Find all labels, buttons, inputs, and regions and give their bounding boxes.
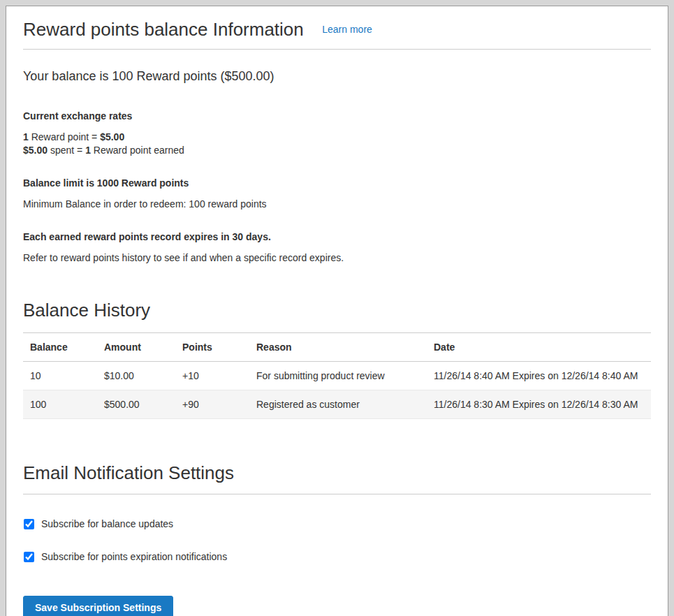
expiration-notifications-option[interactable]: Subscribe for points expiration notifica… — [23, 551, 651, 562]
spend-suffix-text: Reward point earned — [91, 145, 184, 156]
email-settings-title: Email Notification Settings — [23, 462, 651, 484]
table-header-row: Balance Amount Points Reason Date — [23, 333, 651, 362]
save-subscription-settings-button[interactable]: Save Subscription Settings — [23, 596, 173, 616]
rate-points-value: 1 — [23, 131, 29, 142]
balance-updates-option[interactable]: Subscribe for balance updates — [23, 518, 651, 529]
table-row: 10 $10.00 +10 For submitting product rev… — [23, 362, 651, 390]
balance-history-title: Balance History — [23, 300, 651, 321]
expiry-note: Refer to reward points history to see if… — [23, 252, 651, 263]
cell-points: +10 — [175, 362, 249, 390]
rate-currency-to-point: $5.00 spent = 1 Reward point earned — [23, 144, 651, 157]
table-body: 10 $10.00 +10 For submitting product rev… — [23, 362, 651, 419]
cell-reason: For submitting product review — [249, 362, 427, 390]
balance-summary: Your balance is 100 Reward points ($500.… — [23, 69, 651, 84]
table-row: 100 $500.00 +90 Registered as customer 1… — [23, 390, 651, 419]
column-header-date: Date — [427, 333, 651, 362]
cell-amount: $500.00 — [97, 390, 175, 419]
balance-updates-checkbox[interactable] — [24, 519, 34, 529]
cell-balance: 100 — [23, 390, 97, 419]
cell-amount: $10.00 — [97, 362, 175, 390]
cell-reason: Registered as customer — [249, 390, 427, 419]
header-divider — [23, 49, 651, 50]
spend-currency-value: $5.00 — [23, 145, 47, 156]
expiration-notifications-checkbox[interactable] — [24, 552, 34, 562]
rate-point-to-currency: 1 Reward point = $5.00 — [23, 131, 651, 144]
page-title: Reward points balance Information — [23, 19, 304, 41]
balance-updates-label: Subscribe for balance updates — [41, 518, 173, 529]
balance-limit-heading: Balance limit is 1000 Reward points — [23, 177, 651, 189]
expiration-notifications-label: Subscribe for points expiration notifica… — [41, 551, 227, 562]
column-header-points: Points — [175, 333, 249, 362]
cell-date: 11/26/14 8:30 AM Expires on 12/26/14 8:3… — [427, 390, 651, 419]
cell-balance: 10 — [23, 362, 97, 390]
column-header-reason: Reason — [249, 333, 427, 362]
rate-middle-text: Reward point = — [29, 131, 100, 142]
expiry-heading: Each earned reward points record expires… — [23, 231, 651, 242]
learn-more-link[interactable]: Learn more — [322, 24, 372, 35]
reward-points-page: Reward points balance Information Learn … — [6, 6, 668, 616]
page-header: Reward points balance Information Learn … — [23, 6, 651, 49]
cell-points: +90 — [175, 390, 249, 419]
email-settings-divider — [23, 494, 651, 494]
exchange-rates-heading: Current exchange rates — [23, 110, 651, 122]
table-header: Balance Amount Points Reason Date — [23, 333, 651, 362]
spend-middle-text: spent = — [47, 145, 85, 156]
rate-currency-value: $5.00 — [100, 131, 124, 142]
column-header-amount: Amount — [97, 333, 175, 362]
balance-history-table: Balance Amount Points Reason Date 10 $10… — [23, 332, 651, 419]
exchange-rate-lines: 1 Reward point = $5.00 $5.00 spent = 1 R… — [23, 131, 651, 157]
spend-points-value: 1 — [85, 145, 91, 156]
minimum-balance-note: Minimum Balance in order to redeem: 100 … — [23, 198, 651, 210]
column-header-balance: Balance — [23, 333, 97, 362]
cell-date: 11/26/14 8:40 AM Expires on 12/26/14 8:4… — [427, 362, 651, 390]
